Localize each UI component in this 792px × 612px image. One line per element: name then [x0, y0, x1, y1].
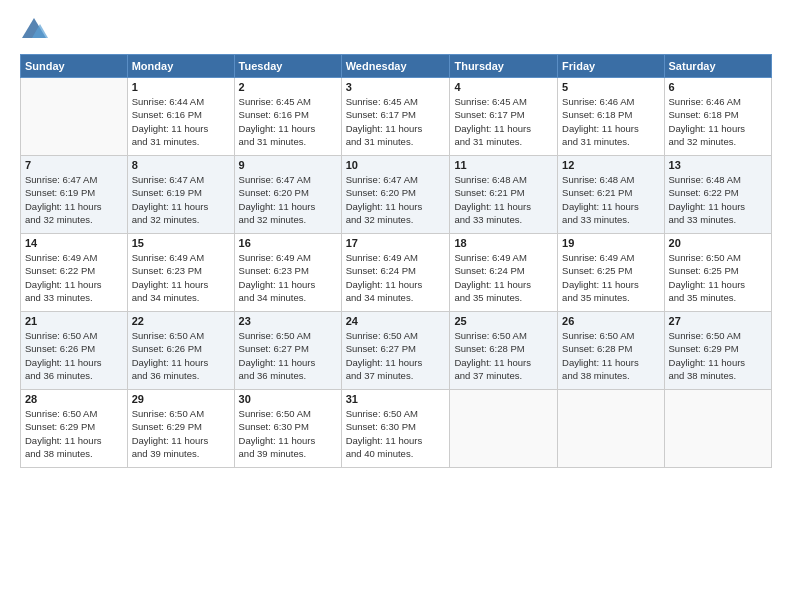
day-number: 8	[132, 159, 230, 171]
day-info: Sunrise: 6:44 AM Sunset: 6:16 PM Dayligh…	[132, 95, 230, 148]
week-row-4: 21Sunrise: 6:50 AM Sunset: 6:26 PM Dayli…	[21, 312, 772, 390]
day-info: Sunrise: 6:49 AM Sunset: 6:22 PM Dayligh…	[25, 251, 123, 304]
day-cell	[664, 390, 771, 468]
weekday-header-sunday: Sunday	[21, 55, 128, 78]
day-number: 12	[562, 159, 659, 171]
day-cell: 25Sunrise: 6:50 AM Sunset: 6:28 PM Dayli…	[450, 312, 558, 390]
day-info: Sunrise: 6:47 AM Sunset: 6:20 PM Dayligh…	[346, 173, 446, 226]
day-cell: 14Sunrise: 6:49 AM Sunset: 6:22 PM Dayli…	[21, 234, 128, 312]
header	[20, 16, 772, 44]
day-number: 14	[25, 237, 123, 249]
day-cell: 11Sunrise: 6:48 AM Sunset: 6:21 PM Dayli…	[450, 156, 558, 234]
day-cell: 8Sunrise: 6:47 AM Sunset: 6:19 PM Daylig…	[127, 156, 234, 234]
weekday-header-saturday: Saturday	[664, 55, 771, 78]
week-row-1: 1Sunrise: 6:44 AM Sunset: 6:16 PM Daylig…	[21, 78, 772, 156]
day-number: 28	[25, 393, 123, 405]
day-cell	[21, 78, 128, 156]
day-number: 6	[669, 81, 767, 93]
day-cell: 1Sunrise: 6:44 AM Sunset: 6:16 PM Daylig…	[127, 78, 234, 156]
day-info: Sunrise: 6:49 AM Sunset: 6:24 PM Dayligh…	[346, 251, 446, 304]
day-info: Sunrise: 6:50 AM Sunset: 6:29 PM Dayligh…	[132, 407, 230, 460]
day-info: Sunrise: 6:45 AM Sunset: 6:17 PM Dayligh…	[346, 95, 446, 148]
day-cell: 18Sunrise: 6:49 AM Sunset: 6:24 PM Dayli…	[450, 234, 558, 312]
day-cell: 3Sunrise: 6:45 AM Sunset: 6:17 PM Daylig…	[341, 78, 450, 156]
day-cell: 2Sunrise: 6:45 AM Sunset: 6:16 PM Daylig…	[234, 78, 341, 156]
day-info: Sunrise: 6:49 AM Sunset: 6:25 PM Dayligh…	[562, 251, 659, 304]
page: SundayMondayTuesdayWednesdayThursdayFrid…	[0, 0, 792, 612]
day-info: Sunrise: 6:49 AM Sunset: 6:24 PM Dayligh…	[454, 251, 553, 304]
day-cell: 10Sunrise: 6:47 AM Sunset: 6:20 PM Dayli…	[341, 156, 450, 234]
day-number: 19	[562, 237, 659, 249]
day-info: Sunrise: 6:45 AM Sunset: 6:17 PM Dayligh…	[454, 95, 553, 148]
day-cell: 21Sunrise: 6:50 AM Sunset: 6:26 PM Dayli…	[21, 312, 128, 390]
day-cell: 12Sunrise: 6:48 AM Sunset: 6:21 PM Dayli…	[558, 156, 664, 234]
day-number: 20	[669, 237, 767, 249]
logo	[20, 16, 52, 44]
day-number: 18	[454, 237, 553, 249]
day-cell: 17Sunrise: 6:49 AM Sunset: 6:24 PM Dayli…	[341, 234, 450, 312]
day-info: Sunrise: 6:50 AM Sunset: 6:30 PM Dayligh…	[346, 407, 446, 460]
day-info: Sunrise: 6:46 AM Sunset: 6:18 PM Dayligh…	[669, 95, 767, 148]
day-number: 22	[132, 315, 230, 327]
day-info: Sunrise: 6:47 AM Sunset: 6:20 PM Dayligh…	[239, 173, 337, 226]
day-info: Sunrise: 6:49 AM Sunset: 6:23 PM Dayligh…	[132, 251, 230, 304]
day-info: Sunrise: 6:48 AM Sunset: 6:21 PM Dayligh…	[562, 173, 659, 226]
day-info: Sunrise: 6:50 AM Sunset: 6:29 PM Dayligh…	[25, 407, 123, 460]
day-number: 4	[454, 81, 553, 93]
day-number: 25	[454, 315, 553, 327]
day-info: Sunrise: 6:50 AM Sunset: 6:30 PM Dayligh…	[239, 407, 337, 460]
day-number: 2	[239, 81, 337, 93]
day-cell	[450, 390, 558, 468]
day-number: 23	[239, 315, 337, 327]
week-row-3: 14Sunrise: 6:49 AM Sunset: 6:22 PM Dayli…	[21, 234, 772, 312]
day-number: 9	[239, 159, 337, 171]
day-cell: 27Sunrise: 6:50 AM Sunset: 6:29 PM Dayli…	[664, 312, 771, 390]
weekday-header-friday: Friday	[558, 55, 664, 78]
day-number: 16	[239, 237, 337, 249]
day-number: 31	[346, 393, 446, 405]
day-cell: 24Sunrise: 6:50 AM Sunset: 6:27 PM Dayli…	[341, 312, 450, 390]
day-cell: 31Sunrise: 6:50 AM Sunset: 6:30 PM Dayli…	[341, 390, 450, 468]
day-info: Sunrise: 6:50 AM Sunset: 6:27 PM Dayligh…	[239, 329, 337, 382]
day-cell: 19Sunrise: 6:49 AM Sunset: 6:25 PM Dayli…	[558, 234, 664, 312]
weekday-header-monday: Monday	[127, 55, 234, 78]
day-cell	[558, 390, 664, 468]
day-number: 13	[669, 159, 767, 171]
day-cell: 20Sunrise: 6:50 AM Sunset: 6:25 PM Dayli…	[664, 234, 771, 312]
day-number: 29	[132, 393, 230, 405]
day-number: 7	[25, 159, 123, 171]
day-cell: 23Sunrise: 6:50 AM Sunset: 6:27 PM Dayli…	[234, 312, 341, 390]
day-number: 26	[562, 315, 659, 327]
day-number: 3	[346, 81, 446, 93]
day-cell: 13Sunrise: 6:48 AM Sunset: 6:22 PM Dayli…	[664, 156, 771, 234]
day-info: Sunrise: 6:46 AM Sunset: 6:18 PM Dayligh…	[562, 95, 659, 148]
day-info: Sunrise: 6:45 AM Sunset: 6:16 PM Dayligh…	[239, 95, 337, 148]
day-number: 24	[346, 315, 446, 327]
weekday-header-wednesday: Wednesday	[341, 55, 450, 78]
calendar: SundayMondayTuesdayWednesdayThursdayFrid…	[20, 54, 772, 468]
day-number: 15	[132, 237, 230, 249]
day-cell: 28Sunrise: 6:50 AM Sunset: 6:29 PM Dayli…	[21, 390, 128, 468]
weekday-header-tuesday: Tuesday	[234, 55, 341, 78]
day-number: 27	[669, 315, 767, 327]
day-cell: 30Sunrise: 6:50 AM Sunset: 6:30 PM Dayli…	[234, 390, 341, 468]
day-info: Sunrise: 6:47 AM Sunset: 6:19 PM Dayligh…	[25, 173, 123, 226]
day-cell: 16Sunrise: 6:49 AM Sunset: 6:23 PM Dayli…	[234, 234, 341, 312]
day-cell: 15Sunrise: 6:49 AM Sunset: 6:23 PM Dayli…	[127, 234, 234, 312]
day-cell: 7Sunrise: 6:47 AM Sunset: 6:19 PM Daylig…	[21, 156, 128, 234]
day-info: Sunrise: 6:50 AM Sunset: 6:28 PM Dayligh…	[562, 329, 659, 382]
day-info: Sunrise: 6:50 AM Sunset: 6:26 PM Dayligh…	[25, 329, 123, 382]
day-info: Sunrise: 6:47 AM Sunset: 6:19 PM Dayligh…	[132, 173, 230, 226]
day-number: 21	[25, 315, 123, 327]
day-number: 1	[132, 81, 230, 93]
day-info: Sunrise: 6:50 AM Sunset: 6:26 PM Dayligh…	[132, 329, 230, 382]
day-number: 5	[562, 81, 659, 93]
day-info: Sunrise: 6:50 AM Sunset: 6:27 PM Dayligh…	[346, 329, 446, 382]
day-cell: 9Sunrise: 6:47 AM Sunset: 6:20 PM Daylig…	[234, 156, 341, 234]
weekday-header-thursday: Thursday	[450, 55, 558, 78]
day-info: Sunrise: 6:50 AM Sunset: 6:28 PM Dayligh…	[454, 329, 553, 382]
day-cell: 22Sunrise: 6:50 AM Sunset: 6:26 PM Dayli…	[127, 312, 234, 390]
day-cell: 5Sunrise: 6:46 AM Sunset: 6:18 PM Daylig…	[558, 78, 664, 156]
day-cell: 6Sunrise: 6:46 AM Sunset: 6:18 PM Daylig…	[664, 78, 771, 156]
day-info: Sunrise: 6:48 AM Sunset: 6:21 PM Dayligh…	[454, 173, 553, 226]
